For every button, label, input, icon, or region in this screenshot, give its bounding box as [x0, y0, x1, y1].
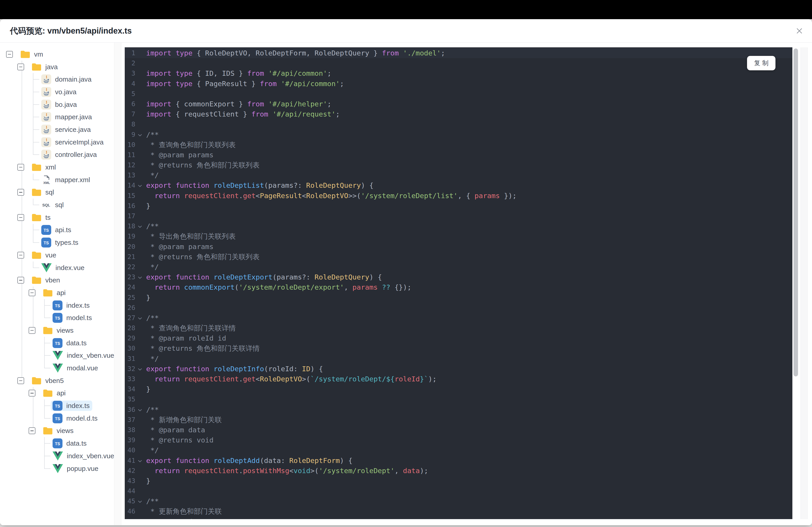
tree-folder-item[interactable]: api [41, 288, 68, 298]
tree-folder-item[interactable]: java [30, 62, 60, 72]
tree-file-item[interactable]: TSindex.ts [51, 401, 92, 411]
tree-file-item[interactable]: SQLsql [40, 200, 66, 210]
fold-chevron-icon[interactable] [137, 134, 142, 137]
tree-file-item[interactable]: popup.vue [51, 464, 101, 474]
tree-collapse-toggle[interactable] [29, 427, 35, 434]
tree-row-api-ts[interactable]: TSapi.ts [0, 224, 114, 237]
fold-gutter[interactable] [135, 313, 146, 323]
tree-row-popup-vue[interactable]: popup.vue [0, 462, 114, 475]
fold-gutter[interactable] [135, 455, 146, 466]
tree-file-item[interactable]: domain.java [40, 74, 94, 85]
tree-folder-item[interactable]: ts [30, 212, 53, 223]
fold-chevron-icon[interactable] [137, 225, 142, 228]
fold-chevron-icon[interactable] [137, 317, 142, 320]
tree-file-item[interactable]: index_vben.vue [51, 350, 114, 361]
tree-file-item[interactable]: TSindex.ts [51, 300, 92, 311]
fold-gutter[interactable] [135, 221, 146, 231]
fold-chevron-icon[interactable] [137, 184, 142, 187]
tree-row-vo-java[interactable]: vo.java [0, 86, 114, 98]
tree-collapse-toggle[interactable] [17, 252, 24, 258]
tree-row-data-ts[interactable]: TSdata.ts [0, 437, 114, 450]
fold-chevron-icon[interactable] [137, 409, 142, 411]
tree-row-api[interactable]: api [0, 286, 114, 299]
tree-row-model-d-ts[interactable]: TSmodel.d.ts [0, 412, 114, 425]
tree-file-item[interactable]: TSdata.ts [51, 438, 89, 449]
tree-collapse-toggle[interactable] [17, 164, 24, 171]
tree-folder-item[interactable]: sql [30, 187, 57, 197]
tree-row-mapper-java[interactable]: mapper.java [0, 111, 114, 123]
fold-gutter[interactable] [135, 364, 146, 374]
tree-collapse-toggle[interactable] [17, 377, 24, 384]
tree-row-xml[interactable]: xml [0, 161, 114, 174]
copy-button[interactable]: 复 制 [747, 56, 775, 70]
tree-folder-item[interactable]: vben [30, 275, 63, 285]
tree-row-ts[interactable]: ts [0, 211, 114, 224]
tree-row-serviceimpl-java[interactable]: serviceImpl.java [0, 136, 114, 149]
tree-collapse-toggle[interactable] [29, 289, 35, 296]
tree-row-views[interactable]: views [0, 425, 114, 437]
fold-chevron-icon[interactable] [137, 460, 142, 463]
fold-gutter[interactable] [135, 180, 146, 191]
tree-row-sql[interactable]: SQLsql [0, 199, 114, 211]
tree-folder-item[interactable]: vben5 [30, 376, 67, 386]
code-editor[interactable]: 1import type { RoleDeptVO, RoleDeptForm,… [125, 47, 792, 519]
fold-chevron-icon[interactable] [137, 368, 142, 371]
tree-folder-item[interactable]: vm [18, 49, 46, 60]
tree-row-index-ts[interactable]: TSindex.ts [0, 299, 114, 312]
fold-chevron-icon[interactable] [137, 500, 142, 503]
tree-file-item[interactable]: bo.java [40, 100, 79, 110]
dialog-scrollbar-track[interactable] [800, 47, 808, 519]
tree-row-index-vben-vue[interactable]: index_vben.vue [0, 450, 114, 462]
tree-collapse-toggle[interactable] [29, 390, 35, 396]
tree-row-data-ts[interactable]: TSdata.ts [0, 337, 114, 349]
tree-file-item[interactable]: TSmodel.ts [51, 313, 95, 323]
tree-folder-item[interactable]: views [41, 425, 76, 436]
tree-collapse-toggle[interactable] [29, 327, 35, 334]
tree-file-item[interactable]: TStypes.ts [40, 237, 81, 248]
tree-row-bo-java[interactable]: bo.java [0, 98, 114, 111]
tree-file-item[interactable]: TSdata.ts [51, 338, 89, 348]
tree-row-sql[interactable]: sql [0, 186, 114, 199]
tree-collapse-toggle[interactable] [6, 51, 13, 58]
tree-row-index-ts[interactable]: TSindex.ts [0, 400, 114, 412]
tree-collapse-toggle[interactable] [17, 214, 24, 221]
tree-row-domain-java[interactable]: domain.java [0, 73, 114, 86]
tree-collapse-toggle[interactable] [17, 277, 24, 284]
tree-row-api[interactable]: api [0, 387, 114, 400]
tree-row-vben5[interactable]: vben5 [0, 374, 114, 387]
tree-file-item[interactable]: index_vben.vue [51, 451, 114, 461]
tree-collapse-toggle[interactable] [17, 63, 24, 70]
tree-file-item[interactable]: serviceImpl.java [40, 137, 106, 147]
fold-gutter[interactable] [135, 405, 146, 415]
tree-collapse-toggle[interactable] [17, 189, 24, 196]
tree-row-vm[interactable]: vm [0, 48, 114, 61]
tree-row-model-ts[interactable]: TSmodel.ts [0, 312, 114, 324]
tree-folder-item[interactable]: xml [30, 162, 59, 172]
tree-row-controller-java[interactable]: controller.java [0, 149, 114, 161]
tree-row-mapper-xml[interactable]: XMLmapper.xml [0, 174, 114, 186]
tree-folder-item[interactable]: vue [30, 250, 59, 260]
editor-scrollbar-thumb[interactable] [794, 48, 798, 376]
fold-gutter[interactable] [135, 130, 146, 140]
tree-row-vue[interactable]: vue [0, 249, 114, 261]
tree-file-item[interactable]: index.vue [40, 262, 87, 273]
tree-file-item[interactable]: TSapi.ts [40, 225, 74, 235]
file-tree[interactable]: vmjavadomain.javavo.javabo.javamapper.ja… [0, 43, 114, 525]
tree-row-views[interactable]: views [0, 324, 114, 337]
tree-row-types-ts[interactable]: TStypes.ts [0, 236, 114, 249]
fold-chevron-icon[interactable] [137, 276, 142, 279]
tree-row-service-java[interactable]: service.java [0, 123, 114, 136]
tree-folder-item[interactable]: api [41, 388, 68, 398]
tree-folder-item[interactable]: views [41, 325, 76, 336]
tree-file-item[interactable]: TSmodel.d.ts [51, 413, 100, 423]
fold-gutter[interactable] [135, 272, 146, 282]
tree-file-item[interactable]: mapper.java [40, 112, 95, 122]
tree-row-vben[interactable]: vben [0, 274, 114, 286]
tree-row-modal-vue[interactable]: modal.vue [0, 362, 114, 374]
tree-file-item[interactable]: controller.java [40, 149, 100, 160]
tree-file-item[interactable]: XMLmapper.xml [40, 175, 93, 185]
tree-row-index-vue[interactable]: index.vue [0, 261, 114, 274]
fold-gutter[interactable] [135, 496, 146, 506]
tree-file-item[interactable]: vo.java [40, 87, 79, 97]
tree-file-item[interactable]: service.java [40, 124, 93, 135]
